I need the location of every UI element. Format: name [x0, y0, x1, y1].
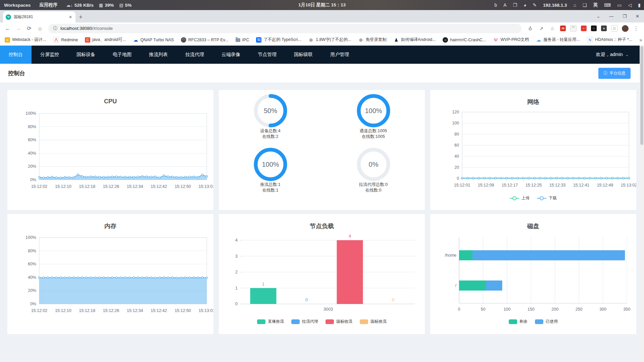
window-icon[interactable]: ▭ [617, 2, 622, 8]
bookmark-item[interactable]: 知了不起的 TypeScri... [256, 37, 301, 43]
network-icon[interactable]: ⌂ [574, 2, 576, 8]
keyboard-icon[interactable]: ⌨ [604, 2, 611, 8]
ring-total-label: 通道总数:1005 [360, 128, 387, 134]
home-button[interactable]: ⌂ [36, 25, 44, 32]
share-icon[interactable]: ↗ [538, 26, 545, 31]
bookmark-item[interactable]: Cjava、android可... [85, 37, 126, 43]
nav-item-7[interactable]: 云端录像 [213, 46, 249, 64]
nav-item-9[interactable]: 国标级联 [285, 46, 321, 64]
workspaces-button[interactable]: Workspaces [4, 3, 31, 8]
svg-text:4: 4 [235, 238, 238, 243]
bookmark-favicon-icon: Ψ [493, 37, 498, 43]
browser-toolbar: ← → ⟳ ⌂ ⓘ localhost:38080/#/console ⚲↗☆J… [0, 22, 644, 34]
tab-search-icon[interactable]: ⌄ [597, 14, 600, 19]
bookmark-item[interactable]: ⊕免登录复制 [358, 37, 387, 43]
password-key-icon[interactable]: ⚲ [527, 26, 534, 31]
system-top-bar: Workspaces 应用程序 ☁↓526 KB/s▦39%▤5% 1月10日 … [0, 0, 644, 10]
input-method-icon[interactable]: A [503, 2, 506, 8]
bookmark-item[interactable]: ΨWVP-PRO文档 [493, 37, 529, 43]
bookmark-item[interactable]: ○hairrrrr/C-CrashC... [443, 37, 486, 43]
nav-item-3[interactable]: 国标设备 [68, 46, 104, 64]
ext-js-icon[interactable]: JS [560, 25, 566, 31]
legend-item[interactable]: 拉流代理 [291, 319, 318, 324]
svg-text:50%: 50% [263, 107, 277, 114]
legend-item[interactable]: 已使用 [535, 319, 558, 324]
reload-button[interactable]: ⟳ [25, 25, 34, 32]
svg-text:100%: 100% [262, 161, 279, 168]
svg-text:15:12:50: 15:12:50 [175, 184, 191, 189]
ext-frame-icon[interactable]: ▢ [611, 25, 617, 32]
bing-icon[interactable]: b [494, 2, 497, 8]
ext-square-icon[interactable]: □ [591, 25, 597, 31]
volume-muted-icon[interactable]: ◁ [628, 2, 632, 8]
nav-item-4[interactable]: 电子地图 [104, 46, 140, 64]
bookmark-star-icon[interactable]: ☆ [549, 26, 556, 31]
bookmark-item[interactable]: NHDAtmos :: 种子 *... [587, 37, 632, 43]
browser-menu-icon[interactable]: ⋮ [633, 25, 639, 32]
legend-item[interactable]: 国标推流 [360, 319, 387, 324]
bookmark-item[interactable]: ♟如何编译Android... [394, 37, 436, 43]
browser-tab[interactable]: 国标28181 ✕ [3, 11, 76, 22]
nav-item-10[interactable]: 用户管理 [321, 46, 358, 64]
back-button[interactable]: ← [3, 25, 12, 32]
platform-info-button[interactable]: ⓘ 平台信息 [598, 68, 631, 79]
screenshot-tool-icon[interactable]: ✎ [533, 2, 537, 8]
bookmark-item[interactable]: ⊕1.8W字|了不起的... [308, 37, 351, 43]
bookmark-label: java、android可... [92, 37, 126, 43]
bookmark-item[interactable]: ⋀Redmine [53, 37, 78, 43]
tab-favicon-icon [6, 14, 11, 20]
bookmark-item[interactable]: IPC [236, 38, 249, 42]
svg-text:/: / [455, 283, 457, 288]
legend-item[interactable]: 直播推流 [257, 319, 284, 324]
app-indicator-icon[interactable]: ◕ [524, 2, 526, 8]
nav-item-5[interactable]: 推流列表 [140, 46, 177, 64]
legend-item[interactable]: 国标收流 [326, 319, 352, 324]
bookmark-favicon-icon: ⊕ [358, 37, 363, 43]
bookmark-item[interactable]: ☁服务器 - 轻量应用... [536, 37, 580, 43]
workspace-switcher-icon[interactable]: ❏ [583, 2, 587, 8]
close-window-button[interactable]: ✕ [636, 14, 639, 19]
user-menu[interactable]: 欢迎，admin⌄ [596, 52, 644, 58]
page-scrollbar[interactable] [640, 45, 644, 362]
ring-online-label: 在线数:1005 [362, 134, 385, 140]
input-language[interactable]: 英 [593, 2, 598, 8]
bookmark-item[interactable]: ☁QNAP Turbo NAS [133, 37, 174, 43]
address-bar[interactable]: ⓘ localhost:38080/#/console [48, 24, 522, 33]
nav-item-2[interactable]: 分屏监控 [32, 46, 68, 64]
legend-item[interactable]: 剩余 [509, 319, 528, 324]
system-tray: bA❐◕✎192.168.1.3⌂❏英⌨▭◁▮ [494, 2, 644, 8]
legend-item[interactable]: 上传 [510, 195, 530, 201]
svg-text:3003: 3003 [324, 307, 333, 312]
ext-dark-icon[interactable]: ◆ [601, 25, 607, 31]
legend-item[interactable]: 下载 [537, 195, 557, 201]
bookmark-item[interactable]: ◠RFC2833 – RTP Ev... [181, 37, 229, 43]
nav-item-1[interactable]: 控制台 [0, 46, 32, 64]
ext-hat-icon[interactable]: ⌒ [570, 25, 577, 32]
battery-icon[interactable]: ▮ [638, 2, 641, 8]
bookmark-favicon-icon: ☁ [536, 37, 541, 43]
site-info-icon[interactable]: ⓘ [53, 25, 57, 32]
ext-blocker-icon[interactable]: − [581, 25, 587, 31]
ip-address[interactable]: 192.168.1.3 [543, 3, 567, 8]
browser-tab-strip: 国标28181 ✕ + ⌄—❐✕ [0, 10, 644, 22]
clipboard-icon[interactable]: ❐ [513, 2, 517, 8]
svg-text:0%: 0% [30, 302, 36, 306]
tab-close-icon[interactable]: ✕ [68, 14, 73, 20]
profile-avatar[interactable] [622, 25, 629, 32]
legend-label: 国标收流 [336, 319, 352, 324]
bookmarks-overflow-icon[interactable]: » [639, 37, 642, 43]
cpu-chart-title: CPU [7, 90, 213, 109]
nav-item-6[interactable]: 拉流代理 [177, 46, 213, 64]
applications-button[interactable]: 应用程序 [39, 2, 57, 8]
new-tab-button[interactable]: + [79, 13, 83, 21]
minimize-button[interactable]: — [609, 14, 613, 19]
svg-text:1: 1 [235, 286, 238, 291]
svg-text:0%: 0% [30, 177, 36, 182]
bookmark-label: RFC2833 – RTP Ev... [188, 38, 229, 42]
bookmark-item[interactable]: ≡Webstack - 设计... [5, 37, 46, 43]
nav-item-8[interactable]: 节点管理 [249, 46, 285, 64]
forward-button[interactable]: → [14, 25, 23, 32]
scrollbar-thumb[interactable] [640, 46, 643, 145]
disk-card: 磁盘 050100150200250300350/home/ 剩余已使用 [430, 214, 636, 334]
restore-button[interactable]: ❐ [623, 14, 627, 19]
